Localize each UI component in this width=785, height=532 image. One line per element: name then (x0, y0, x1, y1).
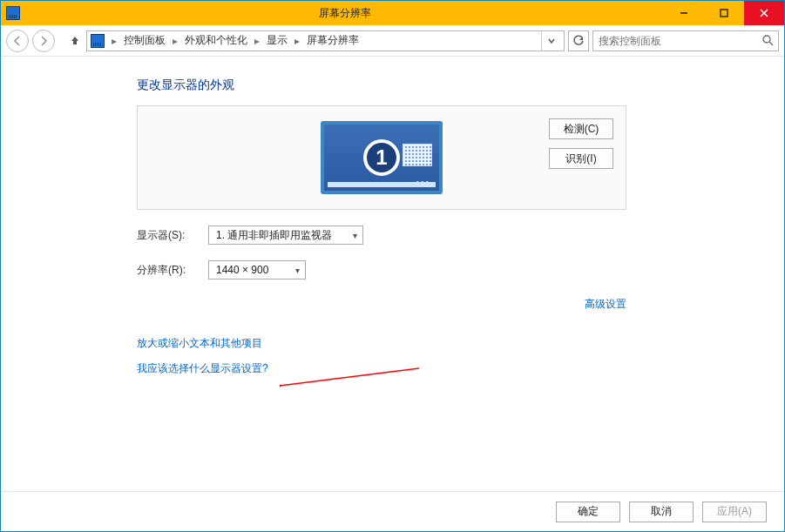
ok-button[interactable]: 确定 (556, 502, 620, 522)
display-select[interactable]: 1. 通用非即插即用监视器 ▾ (208, 226, 363, 245)
chevron-right-icon: ▸ (293, 35, 301, 47)
search-input[interactable] (593, 31, 757, 51)
display-select-value: 1. 通用非即插即用监视器 (216, 228, 332, 243)
page-title: 更改显示器的外观 (137, 77, 755, 93)
which-display-link[interactable]: 我应该选择什么显示器设置? (137, 361, 755, 376)
chevron-down-icon: ▾ (295, 266, 300, 275)
apply-button[interactable]: 应用(A) (702, 502, 767, 522)
back-button[interactable] (6, 30, 29, 52)
command-bar: 确定 取消 应用(A) (1, 491, 784, 531)
arrow-left-icon (12, 36, 23, 46)
window: 屏幕分辨率 ▸ 控制面板 ▸ 外观和个 (0, 0, 785, 532)
chevron-right-icon: ▸ (253, 35, 261, 47)
chevron-right-icon: ▸ (171, 35, 179, 47)
maximize-button[interactable] (704, 1, 744, 25)
chevron-down-icon: ▾ (353, 231, 357, 240)
chevron-right-icon: ▸ (110, 35, 118, 47)
control-panel-icon (91, 34, 105, 48)
navbar: ▸ 控制面板 ▸ 外观和个性化 ▸ 显示 ▸ 屏幕分辨率 (1, 25, 784, 57)
address-dropdown[interactable] (541, 31, 560, 51)
cancel-button[interactable]: 取消 (629, 502, 694, 522)
resolution-select[interactable]: 1440 × 900 ▾ (208, 260, 306, 279)
monitor-thumbnail[interactable]: 1 ••• (321, 121, 443, 194)
svg-point-4 (763, 36, 770, 43)
refresh-button[interactable] (568, 30, 589, 51)
text-size-link[interactable]: 放大或缩小文本和其他项目 (137, 336, 755, 351)
monitor-number: 1 (363, 139, 400, 176)
svg-rect-1 (721, 10, 727, 17)
address-bar[interactable]: ▸ 控制面板 ▸ 外观和个性化 ▸ 显示 ▸ 屏幕分辨率 (86, 30, 565, 51)
titlebar: 屏幕分辨率 (1, 1, 784, 25)
chevron-down-icon (548, 37, 555, 44)
breadcrumb[interactable]: 屏幕分辨率 (303, 33, 362, 48)
close-button[interactable] (744, 1, 784, 25)
app-icon (1, 1, 25, 25)
identify-button[interactable]: 识别(I) (549, 148, 613, 169)
resolution-select-value: 1440 × 900 (216, 264, 268, 276)
search-box[interactable] (592, 30, 779, 51)
arrow-up-icon (70, 35, 80, 45)
search-icon[interactable] (757, 35, 778, 46)
refresh-icon (572, 35, 585, 47)
display-preview: 1 ••• 检测(C) 识别(I) (137, 105, 626, 210)
content: 更改显示器的外观 1 ••• 检测(C) 识别(I) 显示器(S): 1. 通用… (1, 57, 784, 491)
arrow-right-icon (38, 36, 49, 46)
breadcrumb[interactable]: 外观和个性化 (181, 33, 251, 48)
forward-button[interactable] (32, 30, 55, 52)
detect-button[interactable]: 检测(C) (549, 118, 613, 139)
monitor-grid-icon (403, 144, 432, 166)
advanced-settings-link[interactable]: 高级设置 (585, 298, 626, 310)
breadcrumb[interactable]: 显示 (263, 33, 291, 48)
breadcrumb[interactable]: 控制面板 (120, 33, 169, 48)
window-buttons (664, 1, 784, 25)
monitor-taskbar-icon (328, 182, 436, 187)
window-title: 屏幕分辨率 (25, 1, 664, 25)
display-label: 显示器(S): (137, 228, 193, 243)
svg-line-5 (769, 42, 773, 45)
resolution-label: 分辨率(R): (137, 263, 193, 278)
minimize-button[interactable] (664, 1, 704, 25)
up-button[interactable] (67, 33, 83, 49)
